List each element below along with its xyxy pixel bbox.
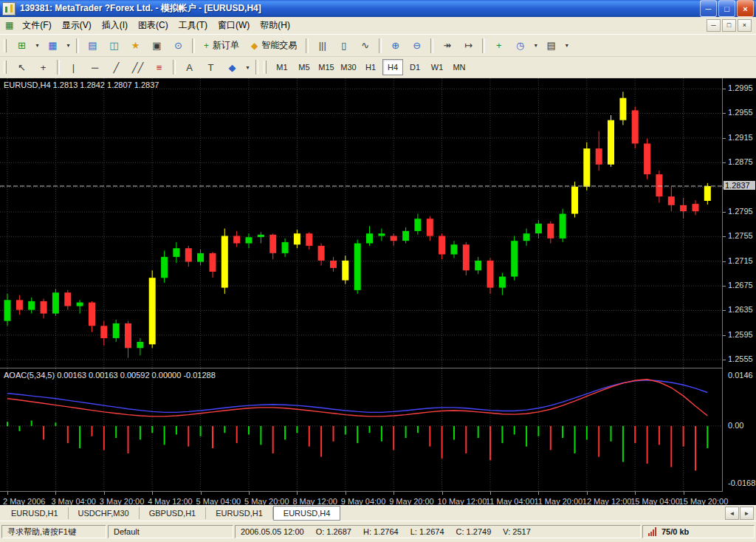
data-window-button[interactable]: ◫ <box>103 37 125 55</box>
timeframe-h1-button[interactable]: H1 <box>360 59 381 75</box>
timeframe-m15-button[interactable]: M15 <box>316 59 337 75</box>
toolbar-grip[interactable] <box>4 39 7 52</box>
connection-signal-icon <box>648 527 656 536</box>
price-axis-label: 1.2955 <box>728 108 753 117</box>
status-bar-time: 2006.05.05 12:00 <box>241 527 304 536</box>
menu-tools[interactable]: 工具(T) <box>173 18 213 33</box>
templates-dropdown[interactable]: ▾ <box>562 37 571 55</box>
chart-shift-icon: ↦ <box>464 41 472 50</box>
status-bar: 寻求帮助,请按F1键 Default 2006.05.05 12:00 O: 1… <box>0 521 756 542</box>
cursor-tool-button[interactable]: ↖ <box>11 58 32 76</box>
trendline-button[interactable]: ╱ <box>106 58 127 76</box>
toolbar-separator <box>430 38 433 53</box>
chart-workspace[interactable]: EURUSD,H4 1.2813 1.2842 1.2807 1.2837 AO… <box>0 78 756 505</box>
price-axis[interactable]: 1.29951.29551.29151.28751.27951.27551.27… <box>722 78 756 492</box>
maximize-button[interactable]: □ <box>718 0 735 17</box>
status-low: L: 1.2674 <box>410 527 444 536</box>
templates-button[interactable]: ▤ <box>540 37 562 55</box>
indicator-axis-label: -0.01689 <box>728 478 756 487</box>
candlestick-button[interactable]: ▯ <box>333 37 354 55</box>
bar-chart-icon: ||| <box>319 41 326 50</box>
auto-scroll-button[interactable]: ↠ <box>436 37 458 55</box>
shapes-dropdown[interactable]: ▾ <box>243 58 252 76</box>
new-order-icon: + <box>204 41 209 50</box>
profiles-dropdown[interactable]: ▾ <box>63 37 73 55</box>
new-chart-button[interactable]: ⊞ <box>11 37 32 55</box>
mdi-close-button[interactable]: × <box>738 19 752 32</box>
price-axis-label: 1.2755 <box>728 231 753 240</box>
menu-insert[interactable]: 插入(I) <box>97 18 133 33</box>
ohlc-info-line: EURUSD,H4 1.2813 1.2842 1.2807 1.2837 <box>4 80 159 89</box>
time-axis-label: 4 May 12:00 <box>148 497 193 506</box>
zoom-in-button[interactable]: ⊕ <box>385 37 406 55</box>
minimize-button[interactable]: ─ <box>700 0 717 17</box>
new-order-label: 新订单 <box>213 39 239 52</box>
toolbar-separator <box>173 60 176 75</box>
indicators-button[interactable]: + <box>488 37 509 55</box>
mdi-restore-button[interactable]: □ <box>722 19 736 32</box>
menu-window[interactable]: 窗口(W) <box>213 18 255 33</box>
profiles-button[interactable]: ▦ <box>42 37 63 55</box>
timeframe-m30-button[interactable]: M30 <box>338 59 359 75</box>
text-tool-button[interactable]: A <box>179 58 200 76</box>
expert-advisors-label: 智能交易 <box>261 39 297 52</box>
timeframe-w1-button[interactable]: W1 <box>427 59 447 75</box>
menu-help[interactable]: 帮助(H) <box>255 18 295 33</box>
timeframe-m5-button[interactable]: M5 <box>294 59 315 75</box>
line-chart-button[interactable]: ∿ <box>354 37 376 55</box>
horizontal-line-button[interactable]: ─ <box>84 58 106 76</box>
timeframe-m1-button[interactable]: M1 <box>272 59 292 75</box>
zoom-out-button[interactable]: ⊖ <box>406 37 427 55</box>
toolbar-grip[interactable] <box>264 61 267 74</box>
price-axis-label: 1.2995 <box>728 83 753 92</box>
timeframe-mn-button[interactable]: MN <box>449 59 470 75</box>
fibonacci-button[interactable]: ≡ <box>148 58 170 76</box>
toolbar-grip[interactable] <box>4 61 7 74</box>
title-bar[interactable]: 139381: MetaTrader ?Forex Ltd. - 模拟帐户 - … <box>0 0 756 17</box>
shapes-button[interactable]: ◆ <box>221 58 243 76</box>
strategy-tester-button[interactable]: ⊙ <box>168 37 189 55</box>
time-axis-label: 12 May 12:00 <box>583 497 632 506</box>
navigator-button[interactable]: ★ <box>125 37 146 55</box>
indicator-chart[interactable] <box>0 368 722 491</box>
vertical-line-button[interactable]: | <box>63 58 84 76</box>
new-chart-dropdown[interactable]: ▾ <box>32 37 42 55</box>
main-chart-pane[interactable]: EURUSD,H4 1.2813 1.2842 1.2807 1.2837 <box>0 78 722 368</box>
price-axis-label: 1.2555 <box>728 354 753 363</box>
candlestick-chart[interactable] <box>0 78 722 368</box>
menu-view[interactable]: 显示(V) <box>57 18 97 33</box>
price-axis-label: 1.2675 <box>728 281 753 289</box>
menu-file[interactable]: 文件(F) <box>17 18 56 33</box>
channel-button[interactable]: ╱╱ <box>127 58 148 76</box>
status-profile[interactable]: Default <box>108 525 233 538</box>
mdi-minimize-button[interactable]: ─ <box>707 19 721 32</box>
chart-shift-button[interactable]: ↦ <box>458 37 479 55</box>
price-axis-label: 1.2715 <box>728 256 753 265</box>
periods-clock-icon: ◷ <box>516 41 524 50</box>
time-axis-label: 2 May 2006 <box>3 497 45 506</box>
horizontal-line-icon: ─ <box>92 63 98 72</box>
indicator-axis-label: 0.00 <box>728 421 743 430</box>
expert-advisors-button[interactable]: ◆ 智能交易 <box>245 37 303 55</box>
time-axis[interactable]: 2 May 20063 May 04:003 May 20:004 May 12… <box>0 492 756 511</box>
crosshair-tool-button[interactable]: + <box>32 58 54 76</box>
bar-chart-button[interactable]: ||| <box>312 37 333 55</box>
indicator-pane[interactable]: AOAC(5,34,5) 0.00163 0.00163 0.00592 0.0… <box>0 368 722 492</box>
timeframe-d1-button[interactable]: D1 <box>405 59 425 75</box>
candlestick-icon: ▯ <box>341 41 346 50</box>
close-button[interactable]: × <box>737 0 754 17</box>
market-watch-button[interactable]: ▤ <box>82 37 103 55</box>
periods-dropdown[interactable]: ▾ <box>531 37 540 55</box>
chart-window-icon: ▦ <box>5 20 13 30</box>
time-axis-label: 15 May 04:00 <box>630 497 680 506</box>
label-tool-button[interactable]: T <box>200 58 221 76</box>
status-bar-info: 2006.05.05 12:00 O: 1.2687 H: 1.2764 L: … <box>235 525 641 538</box>
menu-charts[interactable]: 图表(C) <box>133 18 173 33</box>
terminal-button[interactable]: ▣ <box>146 37 168 55</box>
timeframe-h4-button[interactable]: H4 <box>382 59 403 75</box>
status-high: H: 1.2764 <box>363 527 399 536</box>
periods-button[interactable]: ◷ <box>509 37 531 55</box>
tester-icon: ⊙ <box>174 41 182 50</box>
zoom-in-icon: ⊕ <box>391 41 399 50</box>
new-order-button[interactable]: + 新订单 <box>198 37 245 55</box>
